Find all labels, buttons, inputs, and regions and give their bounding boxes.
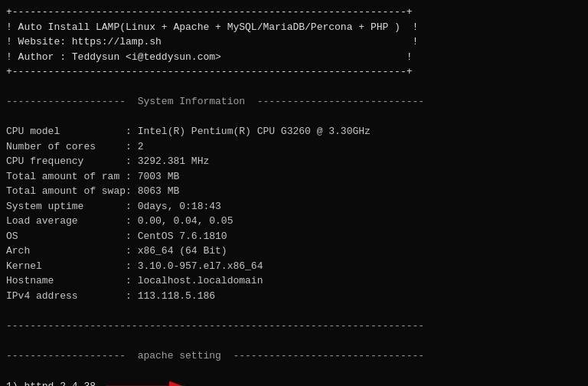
apache-option1: 1) httpd-2.4.38 <box>6 379 96 386</box>
header-border-bot: +---------------------------------------… <box>6 64 582 80</box>
system-field-row: Number of cores : 2 <box>6 139 582 155</box>
header-line3: ! Author : Teddysun <i@teddysun.com> ! <box>6 50 582 65</box>
red-arrow-icon <box>102 378 194 387</box>
header-border-top: +---------------------------------------… <box>6 5 582 20</box>
apache-divider: -------------------- apache setting ----… <box>6 348 582 364</box>
blank4 <box>6 333 582 348</box>
blank2 <box>6 110 582 125</box>
blank3 <box>6 303 582 319</box>
header-line1: ! Auto Install LAMP(Linux + Apache + MyS… <box>6 20 582 35</box>
terminal: +---------------------------------------… <box>6 5 582 381</box>
system-field-row: IPv4 address : 113.118.5.186 <box>6 289 582 304</box>
system-divider: -------------------- System Information … <box>6 94 582 110</box>
system-field-row: Arch : x86_64 (64 Bit) <box>6 244 582 259</box>
blank5 <box>6 363 582 378</box>
system-field-row: Kernel : 3.10.0-957.el7.x86_64 <box>6 259 582 274</box>
blank1 <box>6 80 582 95</box>
system-field-row: CPU frequency : 3292.381 MHz <box>6 154 582 169</box>
system-field-row: Total amount of ram : 7003 MB <box>6 169 582 185</box>
system-field-row: OS : CentOS 7.6.1810 <box>6 229 582 244</box>
system-field-row: Hostname : localhost.localdomain <box>6 273 582 289</box>
header-line2: ! Website: https://lamp.sh ! <box>6 34 582 50</box>
apache-option1-row: 1) httpd-2.4.38 <box>6 378 582 387</box>
system-field-row: Total amount of swap: 8063 MB <box>6 184 582 199</box>
mid-divider: ----------------------------------------… <box>6 319 582 334</box>
system-field-row: CPU model : Intel(R) Pentium(R) CPU G326… <box>6 124 582 139</box>
system-fields: CPU model : Intel(R) Pentium(R) CPU G326… <box>6 124 582 303</box>
system-field-row: System uptime : 0days, 0:18:43 <box>6 199 582 214</box>
system-field-row: Load average : 0.00, 0.04, 0.05 <box>6 214 582 229</box>
